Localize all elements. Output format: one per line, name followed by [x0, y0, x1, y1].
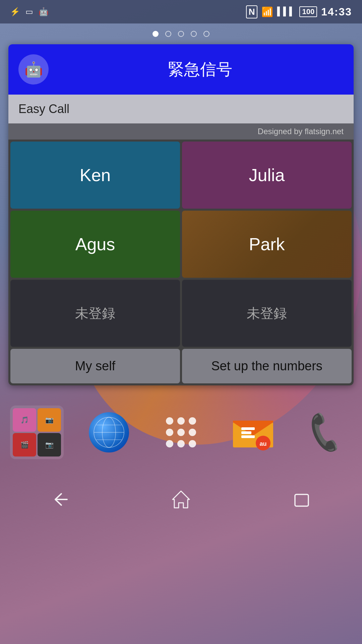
dot-5: [177, 429, 185, 436]
dot-6: [189, 429, 196, 436]
svg-rect-9: [241, 431, 251, 434]
home-button[interactable]: [164, 486, 198, 513]
dock-area: 🎵 📷 🎬 📷: [0, 406, 362, 459]
globe-icon: [89, 412, 129, 452]
contact-park[interactable]: Park: [182, 211, 352, 278]
svg-text:au: au: [259, 440, 266, 447]
easy-call-row[interactable]: Easy Call: [8, 95, 354, 123]
signal-icon: ▍▍▍: [277, 7, 295, 16]
recent-apps-button[interactable]: [285, 486, 318, 513]
setup-numbers-button[interactable]: Set up the numbers: [182, 349, 352, 383]
email-icon: au: [231, 412, 275, 452]
wifi-icon: 📶: [261, 6, 273, 17]
dot-4: [166, 429, 173, 436]
phone-icon: ▭: [25, 7, 33, 16]
contact-agus[interactable]: Agus: [10, 211, 180, 278]
contact-ken-label: Ken: [80, 165, 111, 185]
time: 14:33: [321, 6, 352, 18]
mini-app-1: 🎵: [13, 408, 36, 432]
contact-julia[interactable]: Julia: [182, 142, 352, 209]
page-indicators: [0, 23, 362, 44]
header-title: 緊急信号: [57, 59, 344, 80]
mini-app-4: 📷: [38, 433, 61, 457]
app-drawer-icon: [163, 414, 199, 451]
page-dot-5[interactable]: [203, 31, 209, 37]
contact-grid: Ken Julia Agus Park 未登録 未登録: [8, 140, 354, 349]
dot-1: [166, 417, 173, 425]
nfc-icon: N: [246, 5, 258, 18]
home-icon: [169, 488, 193, 511]
dock-apps-grid[interactable]: 🎵 📷 🎬 📷: [10, 406, 64, 459]
contact-empty-1[interactable]: 未登録: [10, 280, 180, 347]
svg-rect-13: [295, 494, 308, 506]
contact-park-label: Park: [249, 234, 285, 254]
contact-ken[interactable]: Ken: [10, 142, 180, 209]
dot-8: [177, 440, 185, 447]
designed-by-row: Designed by flatsign.net: [8, 123, 354, 140]
dot-2: [177, 417, 185, 425]
myself-button[interactable]: My self: [10, 349, 180, 383]
apps-grid-icon: 🎵 📷 🎬 📷: [10, 406, 64, 459]
usb-icon: ⚡: [10, 7, 20, 16]
back-button[interactable]: [44, 486, 77, 513]
svg-rect-10: [241, 435, 255, 438]
dock-browser[interactable]: [82, 406, 136, 459]
contact-agus-label: Agus: [75, 234, 115, 254]
nav-bar: [0, 479, 362, 526]
globe-svg: [92, 416, 126, 449]
svg-rect-8: [241, 427, 255, 430]
mini-app-2: 📷: [38, 408, 61, 432]
page-dot-3[interactable]: [178, 31, 184, 37]
widget-header: 🤖 緊急信号: [8, 44, 354, 95]
mini-app-3: 🎬: [13, 433, 36, 457]
phone-handset-icon: 📞: [301, 410, 349, 455]
dot-3: [189, 417, 196, 425]
page-dot-4[interactable]: [191, 31, 197, 37]
dot-7: [166, 440, 173, 447]
myself-label: My self: [75, 359, 115, 373]
battery-icon: 100: [299, 6, 317, 17]
status-left-icons: ⚡ ▭ 🤖: [10, 7, 49, 16]
page-dot-1[interactable]: [153, 31, 159, 37]
contact-empty-1-label: 未登録: [75, 304, 115, 323]
status-bar: ⚡ ▭ 🤖 N 📶 ▍▍▍ 100 14:33: [0, 0, 362, 23]
page-dot-2[interactable]: [165, 31, 171, 37]
easy-call-label: Easy Call: [18, 102, 69, 116]
designed-by-text: Designed by flatsign.net: [258, 127, 344, 136]
status-right-icons: N 📶 ▍▍▍ 100 14:33: [246, 5, 352, 18]
dot-9: [189, 440, 196, 447]
dock-app-drawer[interactable]: [154, 406, 208, 459]
back-icon: [49, 488, 72, 511]
dock-phone[interactable]: 📞: [298, 406, 352, 459]
bottom-buttons: My self Set up the numbers: [8, 349, 354, 385]
dock-email[interactable]: au: [226, 406, 280, 459]
contact-empty-2[interactable]: 未登録: [182, 280, 352, 347]
android-icon: 🤖: [39, 7, 49, 16]
contact-empty-2-label: 未登録: [247, 304, 287, 323]
avatar: 🤖: [18, 54, 49, 85]
recent-apps-icon: [290, 488, 313, 511]
emergency-widget: 🤖 緊急信号 Easy Call Designed by flatsign.ne…: [8, 44, 354, 385]
contact-julia-label: Julia: [249, 165, 285, 185]
setup-numbers-label: Set up the numbers: [211, 359, 322, 373]
avatar-icon: 🤖: [24, 61, 43, 78]
